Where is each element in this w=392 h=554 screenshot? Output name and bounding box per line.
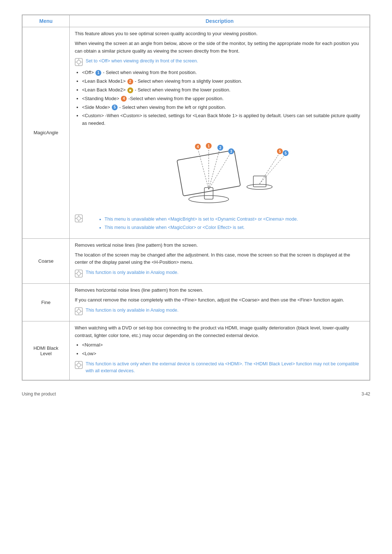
- magicangle-list: <Off> 1 - Select when viewing from the f…: [82, 69, 364, 127]
- table-row: Coarse Removes vertical noise lines (lin…: [23, 238, 370, 283]
- note-list-item-1: This menu is unavailable when <MagicBrig…: [105, 216, 298, 223]
- note-icon-coarse: [75, 270, 83, 278]
- col-desc-header: Description: [70, 15, 370, 27]
- list-item: <Custom> -When <Custom> is selected, set…: [82, 112, 364, 127]
- menu-label-hdmi: HDMI Black Level: [23, 321, 70, 380]
- svg-rect-16: [253, 176, 266, 187]
- hdmi-note-box: This function is active only when the ex…: [75, 361, 364, 374]
- col-menu-header: Menu: [23, 15, 70, 27]
- footer-left: Using the product: [22, 391, 56, 397]
- desc-coarse: Removes vertical noise lines (line patte…: [70, 238, 370, 283]
- note-list-item-2: This menu is unavailable when <MagicColo…: [105, 224, 298, 231]
- svg-line-14: [260, 153, 279, 184]
- svg-line-10: [209, 149, 220, 189]
- hdmi-intro1: When watching with a DVD or set-top box …: [75, 324, 364, 340]
- svg-text:5: 5: [279, 149, 281, 153]
- list-item: <Lean Back Mode1> 2 - Select when viewin…: [82, 78, 364, 85]
- list-item: <Low>: [82, 350, 364, 358]
- svg-point-30: [77, 217, 81, 220]
- note-icon-fine: [75, 307, 83, 315]
- coarse-note-box: This function is only available in Analo…: [75, 269, 364, 278]
- badge-4: 4: [121, 96, 127, 102]
- table-row: HDMI Black Level When watching with a DV…: [23, 321, 370, 380]
- badge-5: 5: [112, 104, 118, 110]
- fine-note-box: This function is only available in Analo…: [75, 307, 364, 315]
- coarse-intro1: Removes vertical noise lines (line patte…: [75, 242, 364, 249]
- svg-line-11: [209, 153, 230, 189]
- svg-text:5: 5: [285, 151, 287, 155]
- fine-intro1: Removes horizontal noise lines (line pat…: [75, 287, 364, 294]
- badge-1: 1: [95, 70, 101, 76]
- menu-label-fine: Fine: [23, 284, 70, 321]
- badge-3: ■: [127, 87, 133, 93]
- svg-text:4: 4: [197, 145, 199, 149]
- note-icon-2: [75, 214, 83, 222]
- magicangle-note-set-text: Set to <Off> when viewing directly in fr…: [86, 58, 198, 65]
- table-row: MagicAngle This feature allows you to se…: [23, 27, 370, 239]
- badge-2: 2: [127, 79, 133, 85]
- desc-hdmi: When watching with a DVD or set-top box …: [70, 321, 370, 380]
- menu-label-coarse: Coarse: [23, 238, 70, 283]
- list-item: <Off> 1 - Select when viewing from the f…: [82, 69, 364, 77]
- page-footer: Using the product 3-42: [22, 391, 370, 397]
- magicangle-note-box: This menu is unavailable when <MagicBrig…: [75, 214, 364, 233]
- magicangle-diagram: 1 2 3 4 5 5: [75, 133, 364, 208]
- desc-fine: Removes horizontal noise lines (line pat…: [70, 284, 370, 321]
- magicangle-note-list-wrap: This menu is unavailable when <MagicBrig…: [86, 214, 298, 233]
- list-item: <Side Mode> 5 - Select when viewing from…: [82, 104, 364, 111]
- list-item: <Standing Mode> 4 -Select when viewing f…: [82, 95, 364, 103]
- svg-line-13: [260, 155, 285, 184]
- table-row: Fine Removes horizontal noise lines (lin…: [23, 284, 370, 321]
- note-icon-hdmi: [75, 361, 83, 369]
- desc-magicangle: This feature allows you to see optimal s…: [70, 27, 370, 239]
- fine-note-text: This function is only available in Analo…: [86, 307, 179, 314]
- magicangle-note-set: Set to <Off> when viewing directly in fr…: [75, 58, 364, 66]
- svg-text:1: 1: [208, 144, 210, 148]
- coarse-note-text: This function is only available in Analo…: [86, 269, 179, 276]
- list-item: <Lean Back Mode2> ■ - Select when viewin…: [82, 86, 364, 94]
- hdmi-note-text: This function is active only when the ex…: [86, 361, 364, 374]
- magicangle-intro2: When viewing the screen at an angle from…: [75, 40, 364, 55]
- menu-label-magicangle: MagicAngle: [23, 27, 70, 239]
- svg-point-1: [77, 60, 81, 64]
- magicangle-note-list: This menu is unavailable when <MagicBrig…: [93, 216, 298, 231]
- svg-text:2: 2: [219, 146, 221, 150]
- magicangle-notes-bottom: This menu is unavailable when <MagicBrig…: [75, 214, 364, 233]
- footer-right: 3-42: [362, 391, 370, 397]
- note-icon: [75, 58, 83, 66]
- magicangle-intro1: This feature allows you to see optimal s…: [75, 30, 364, 38]
- svg-point-36: [77, 272, 81, 275]
- hdmi-list: <Normal> <Low>: [82, 341, 364, 358]
- svg-point-42: [77, 309, 81, 313]
- diagram-svg: 1 2 3 4 5 5: [136, 133, 303, 206]
- fine-intro2: If you cannot remove the noise completel…: [75, 296, 364, 304]
- list-item: <Normal>: [82, 341, 364, 349]
- svg-point-48: [77, 363, 81, 367]
- svg-text:3: 3: [230, 149, 232, 153]
- coarse-intro2: The location of the screen may be change…: [75, 251, 364, 267]
- svg-line-12: [198, 148, 209, 189]
